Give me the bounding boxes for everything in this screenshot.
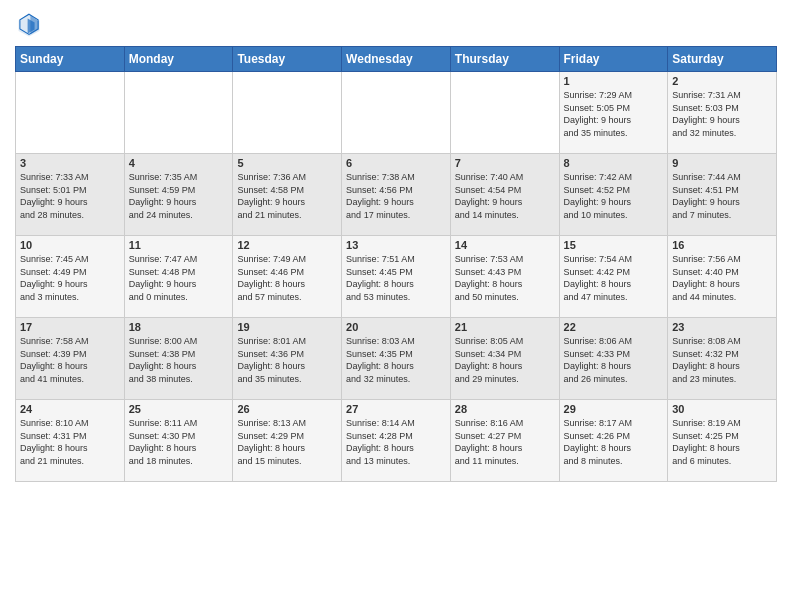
calendar-cell: 13Sunrise: 7:51 AM Sunset: 4:45 PM Dayli…: [342, 236, 451, 318]
day-header-monday: Monday: [124, 47, 233, 72]
day-number: 2: [672, 75, 772, 87]
day-number: 12: [237, 239, 337, 251]
calendar-cell: 29Sunrise: 8:17 AM Sunset: 4:26 PM Dayli…: [559, 400, 668, 482]
calendar-header-row: SundayMondayTuesdayWednesdayThursdayFrid…: [16, 47, 777, 72]
day-info: Sunrise: 8:01 AM Sunset: 4:36 PM Dayligh…: [237, 335, 337, 385]
calendar-cell: 26Sunrise: 8:13 AM Sunset: 4:29 PM Dayli…: [233, 400, 342, 482]
calendar-cell: 3Sunrise: 7:33 AM Sunset: 5:01 PM Daylig…: [16, 154, 125, 236]
calendar-cell: 25Sunrise: 8:11 AM Sunset: 4:30 PM Dayli…: [124, 400, 233, 482]
calendar-cell: 28Sunrise: 8:16 AM Sunset: 4:27 PM Dayli…: [450, 400, 559, 482]
day-header-friday: Friday: [559, 47, 668, 72]
day-info: Sunrise: 7:38 AM Sunset: 4:56 PM Dayligh…: [346, 171, 446, 221]
day-number: 15: [564, 239, 664, 251]
calendar-cell: 5Sunrise: 7:36 AM Sunset: 4:58 PM Daylig…: [233, 154, 342, 236]
calendar-cell: [16, 72, 125, 154]
calendar-cell: 2Sunrise: 7:31 AM Sunset: 5:03 PM Daylig…: [668, 72, 777, 154]
calendar-cell: 15Sunrise: 7:54 AM Sunset: 4:42 PM Dayli…: [559, 236, 668, 318]
day-number: 10: [20, 239, 120, 251]
calendar-cell: 19Sunrise: 8:01 AM Sunset: 4:36 PM Dayli…: [233, 318, 342, 400]
day-info: Sunrise: 8:00 AM Sunset: 4:38 PM Dayligh…: [129, 335, 229, 385]
week-row-4: 24Sunrise: 8:10 AM Sunset: 4:31 PM Dayli…: [16, 400, 777, 482]
day-header-tuesday: Tuesday: [233, 47, 342, 72]
day-info: Sunrise: 7:33 AM Sunset: 5:01 PM Dayligh…: [20, 171, 120, 221]
week-row-3: 17Sunrise: 7:58 AM Sunset: 4:39 PM Dayli…: [16, 318, 777, 400]
day-number: 28: [455, 403, 555, 415]
week-row-0: 1Sunrise: 7:29 AM Sunset: 5:05 PM Daylig…: [16, 72, 777, 154]
calendar-cell: 8Sunrise: 7:42 AM Sunset: 4:52 PM Daylig…: [559, 154, 668, 236]
calendar-cell: 17Sunrise: 7:58 AM Sunset: 4:39 PM Dayli…: [16, 318, 125, 400]
calendar-cell: 9Sunrise: 7:44 AM Sunset: 4:51 PM Daylig…: [668, 154, 777, 236]
day-info: Sunrise: 7:45 AM Sunset: 4:49 PM Dayligh…: [20, 253, 120, 303]
calendar-cell: 1Sunrise: 7:29 AM Sunset: 5:05 PM Daylig…: [559, 72, 668, 154]
day-number: 19: [237, 321, 337, 333]
day-info: Sunrise: 8:08 AM Sunset: 4:32 PM Dayligh…: [672, 335, 772, 385]
day-info: Sunrise: 7:49 AM Sunset: 4:46 PM Dayligh…: [237, 253, 337, 303]
calendar-cell: 21Sunrise: 8:05 AM Sunset: 4:34 PM Dayli…: [450, 318, 559, 400]
day-number: 16: [672, 239, 772, 251]
day-number: 25: [129, 403, 229, 415]
calendar-cell: 11Sunrise: 7:47 AM Sunset: 4:48 PM Dayli…: [124, 236, 233, 318]
day-info: Sunrise: 7:35 AM Sunset: 4:59 PM Dayligh…: [129, 171, 229, 221]
day-number: 26: [237, 403, 337, 415]
day-info: Sunrise: 8:19 AM Sunset: 4:25 PM Dayligh…: [672, 417, 772, 467]
day-number: 5: [237, 157, 337, 169]
day-number: 11: [129, 239, 229, 251]
calendar-cell: 22Sunrise: 8:06 AM Sunset: 4:33 PM Dayli…: [559, 318, 668, 400]
day-info: Sunrise: 8:03 AM Sunset: 4:35 PM Dayligh…: [346, 335, 446, 385]
calendar-cell: 6Sunrise: 7:38 AM Sunset: 4:56 PM Daylig…: [342, 154, 451, 236]
calendar-cell: 18Sunrise: 8:00 AM Sunset: 4:38 PM Dayli…: [124, 318, 233, 400]
day-number: 4: [129, 157, 229, 169]
day-header-saturday: Saturday: [668, 47, 777, 72]
calendar-table: SundayMondayTuesdayWednesdayThursdayFrid…: [15, 46, 777, 482]
day-info: Sunrise: 7:54 AM Sunset: 4:42 PM Dayligh…: [564, 253, 664, 303]
day-number: 27: [346, 403, 446, 415]
day-number: 17: [20, 321, 120, 333]
week-row-1: 3Sunrise: 7:33 AM Sunset: 5:01 PM Daylig…: [16, 154, 777, 236]
day-number: 3: [20, 157, 120, 169]
day-info: Sunrise: 8:05 AM Sunset: 4:34 PM Dayligh…: [455, 335, 555, 385]
day-header-wednesday: Wednesday: [342, 47, 451, 72]
day-number: 30: [672, 403, 772, 415]
day-info: Sunrise: 8:06 AM Sunset: 4:33 PM Dayligh…: [564, 335, 664, 385]
day-number: 29: [564, 403, 664, 415]
day-info: Sunrise: 7:58 AM Sunset: 4:39 PM Dayligh…: [20, 335, 120, 385]
day-info: Sunrise: 8:13 AM Sunset: 4:29 PM Dayligh…: [237, 417, 337, 467]
day-info: Sunrise: 7:53 AM Sunset: 4:43 PM Dayligh…: [455, 253, 555, 303]
calendar-cell: 14Sunrise: 7:53 AM Sunset: 4:43 PM Dayli…: [450, 236, 559, 318]
day-info: Sunrise: 7:56 AM Sunset: 4:40 PM Dayligh…: [672, 253, 772, 303]
day-number: 23: [672, 321, 772, 333]
calendar-cell: 10Sunrise: 7:45 AM Sunset: 4:49 PM Dayli…: [16, 236, 125, 318]
calendar-cell: 7Sunrise: 7:40 AM Sunset: 4:54 PM Daylig…: [450, 154, 559, 236]
day-info: Sunrise: 7:51 AM Sunset: 4:45 PM Dayligh…: [346, 253, 446, 303]
day-number: 21: [455, 321, 555, 333]
day-number: 14: [455, 239, 555, 251]
calendar-cell: [450, 72, 559, 154]
day-number: 22: [564, 321, 664, 333]
calendar-cell: 30Sunrise: 8:19 AM Sunset: 4:25 PM Dayli…: [668, 400, 777, 482]
day-header-sunday: Sunday: [16, 47, 125, 72]
calendar-cell: 16Sunrise: 7:56 AM Sunset: 4:40 PM Dayli…: [668, 236, 777, 318]
day-number: 8: [564, 157, 664, 169]
calendar-cell: 20Sunrise: 8:03 AM Sunset: 4:35 PM Dayli…: [342, 318, 451, 400]
day-info: Sunrise: 7:36 AM Sunset: 4:58 PM Dayligh…: [237, 171, 337, 221]
day-number: 24: [20, 403, 120, 415]
calendar-cell: [124, 72, 233, 154]
day-info: Sunrise: 8:14 AM Sunset: 4:28 PM Dayligh…: [346, 417, 446, 467]
day-number: 7: [455, 157, 555, 169]
week-row-2: 10Sunrise: 7:45 AM Sunset: 4:49 PM Dayli…: [16, 236, 777, 318]
day-info: Sunrise: 7:42 AM Sunset: 4:52 PM Dayligh…: [564, 171, 664, 221]
day-info: Sunrise: 7:31 AM Sunset: 5:03 PM Dayligh…: [672, 89, 772, 139]
day-info: Sunrise: 8:11 AM Sunset: 4:30 PM Dayligh…: [129, 417, 229, 467]
calendar-cell: 12Sunrise: 7:49 AM Sunset: 4:46 PM Dayli…: [233, 236, 342, 318]
day-number: 18: [129, 321, 229, 333]
day-info: Sunrise: 7:47 AM Sunset: 4:48 PM Dayligh…: [129, 253, 229, 303]
day-header-thursday: Thursday: [450, 47, 559, 72]
calendar-cell: 23Sunrise: 8:08 AM Sunset: 4:32 PM Dayli…: [668, 318, 777, 400]
day-number: 13: [346, 239, 446, 251]
day-info: Sunrise: 8:16 AM Sunset: 4:27 PM Dayligh…: [455, 417, 555, 467]
logo-icon: [15, 10, 43, 38]
page: SundayMondayTuesdayWednesdayThursdayFrid…: [0, 0, 792, 612]
calendar-cell: [233, 72, 342, 154]
logo: [15, 10, 47, 38]
calendar-cell: 4Sunrise: 7:35 AM Sunset: 4:59 PM Daylig…: [124, 154, 233, 236]
